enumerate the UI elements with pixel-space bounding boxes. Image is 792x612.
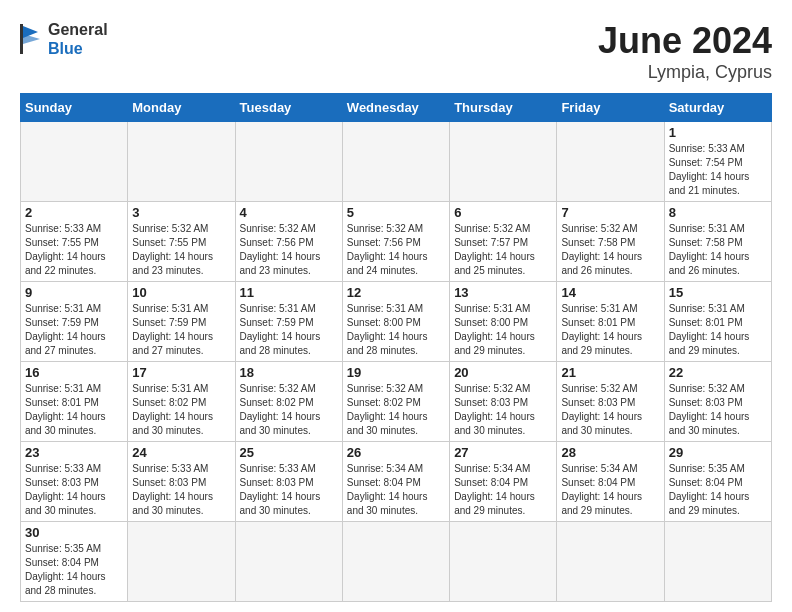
header-friday: Friday [557, 94, 664, 122]
empty-cell [235, 122, 342, 202]
weekday-header-row: Sunday Monday Tuesday Wednesday Thursday… [21, 94, 772, 122]
week-row-5: 23 Sunrise: 5:33 AM Sunset: 8:03 PM Dayl… [21, 442, 772, 522]
empty-cell [128, 522, 235, 602]
day-23: 23 Sunrise: 5:33 AM Sunset: 8:03 PM Dayl… [21, 442, 128, 522]
day-4: 4 Sunrise: 5:32 AM Sunset: 7:56 PM Dayli… [235, 202, 342, 282]
empty-cell [450, 522, 557, 602]
week-row-3: 9 Sunrise: 5:31 AM Sunset: 7:59 PM Dayli… [21, 282, 772, 362]
svg-rect-0 [20, 24, 23, 54]
title-block: June 2024 Lympia, Cyprus [598, 20, 772, 83]
day-24: 24 Sunrise: 5:33 AM Sunset: 8:03 PM Dayl… [128, 442, 235, 522]
day-1: 1 Sunrise: 5:33 AM Sunset: 7:54 PM Dayli… [664, 122, 771, 202]
header-tuesday: Tuesday [235, 94, 342, 122]
logo-blue-text: Blue [48, 39, 108, 58]
day-21: 21 Sunrise: 5:32 AM Sunset: 8:03 PM Dayl… [557, 362, 664, 442]
day-6: 6 Sunrise: 5:32 AM Sunset: 7:57 PM Dayli… [450, 202, 557, 282]
empty-cell [664, 522, 771, 602]
day-7: 7 Sunrise: 5:32 AM Sunset: 7:58 PM Dayli… [557, 202, 664, 282]
day-14: 14 Sunrise: 5:31 AM Sunset: 8:01 PM Dayl… [557, 282, 664, 362]
day-16: 16 Sunrise: 5:31 AM Sunset: 8:01 PM Dayl… [21, 362, 128, 442]
day-12: 12 Sunrise: 5:31 AM Sunset: 8:00 PM Dayl… [342, 282, 449, 362]
empty-cell [557, 522, 664, 602]
day-15: 15 Sunrise: 5:31 AM Sunset: 8:01 PM Dayl… [664, 282, 771, 362]
empty-cell [128, 122, 235, 202]
day-13: 13 Sunrise: 5:31 AM Sunset: 8:00 PM Dayl… [450, 282, 557, 362]
header-saturday: Saturday [664, 94, 771, 122]
location: Lympia, Cyprus [598, 62, 772, 83]
day-20: 20 Sunrise: 5:32 AM Sunset: 8:03 PM Dayl… [450, 362, 557, 442]
empty-cell [21, 122, 128, 202]
day-28: 28 Sunrise: 5:34 AM Sunset: 8:04 PM Dayl… [557, 442, 664, 522]
empty-cell [557, 122, 664, 202]
day-25: 25 Sunrise: 5:33 AM Sunset: 8:03 PM Dayl… [235, 442, 342, 522]
header-thursday: Thursday [450, 94, 557, 122]
day-19: 19 Sunrise: 5:32 AM Sunset: 8:02 PM Dayl… [342, 362, 449, 442]
calendar-table: Sunday Monday Tuesday Wednesday Thursday… [20, 93, 772, 602]
week-row-6: 30 Sunrise: 5:35 AM Sunset: 8:04 PM Dayl… [21, 522, 772, 602]
page-header: General Blue June 2024 Lympia, Cyprus [20, 20, 772, 83]
day-10: 10 Sunrise: 5:31 AM Sunset: 7:59 PM Dayl… [128, 282, 235, 362]
week-row-4: 16 Sunrise: 5:31 AM Sunset: 8:01 PM Dayl… [21, 362, 772, 442]
day-5: 5 Sunrise: 5:32 AM Sunset: 7:56 PM Dayli… [342, 202, 449, 282]
day-8: 8 Sunrise: 5:31 AM Sunset: 7:58 PM Dayli… [664, 202, 771, 282]
day-22: 22 Sunrise: 5:32 AM Sunset: 8:03 PM Dayl… [664, 362, 771, 442]
empty-cell [235, 522, 342, 602]
day-26: 26 Sunrise: 5:34 AM Sunset: 8:04 PM Dayl… [342, 442, 449, 522]
month-title: June 2024 [598, 20, 772, 62]
day-18: 18 Sunrise: 5:32 AM Sunset: 8:02 PM Dayl… [235, 362, 342, 442]
empty-cell [342, 522, 449, 602]
day-17: 17 Sunrise: 5:31 AM Sunset: 8:02 PM Dayl… [128, 362, 235, 442]
day-3: 3 Sunrise: 5:32 AM Sunset: 7:55 PM Dayli… [128, 202, 235, 282]
logo-general-text: General [48, 20, 108, 39]
svg-marker-2 [23, 34, 40, 44]
logo: General Blue [20, 20, 108, 58]
week-row-2: 2 Sunrise: 5:33 AM Sunset: 7:55 PM Dayli… [21, 202, 772, 282]
day-11: 11 Sunrise: 5:31 AM Sunset: 7:59 PM Dayl… [235, 282, 342, 362]
header-monday: Monday [128, 94, 235, 122]
header-wednesday: Wednesday [342, 94, 449, 122]
day-2: 2 Sunrise: 5:33 AM Sunset: 7:55 PM Dayli… [21, 202, 128, 282]
day-9: 9 Sunrise: 5:31 AM Sunset: 7:59 PM Dayli… [21, 282, 128, 362]
empty-cell [450, 122, 557, 202]
day-30: 30 Sunrise: 5:35 AM Sunset: 8:04 PM Dayl… [21, 522, 128, 602]
header-sunday: Sunday [21, 94, 128, 122]
day-27: 27 Sunrise: 5:34 AM Sunset: 8:04 PM Dayl… [450, 442, 557, 522]
empty-cell [342, 122, 449, 202]
week-row-1: 1 Sunrise: 5:33 AM Sunset: 7:54 PM Dayli… [21, 122, 772, 202]
day-29: 29 Sunrise: 5:35 AM Sunset: 8:04 PM Dayl… [664, 442, 771, 522]
logo-flag-icon [20, 24, 40, 54]
